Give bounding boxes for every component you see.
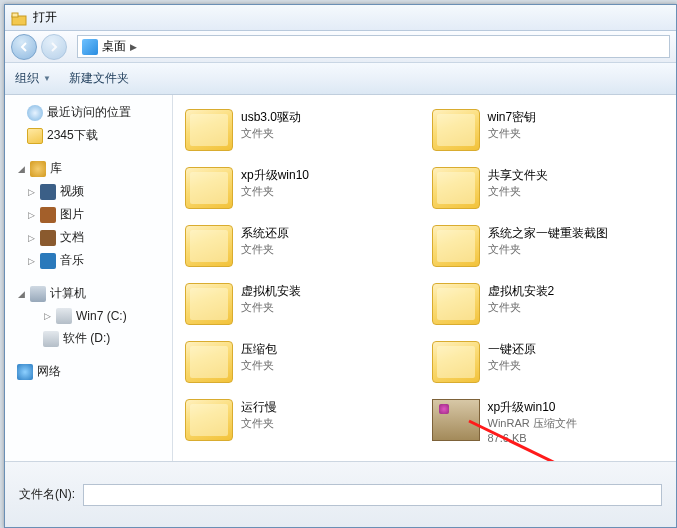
window-title: 打开 — [33, 9, 57, 26]
video-icon — [40, 184, 56, 200]
file-name: 运行慢 — [241, 399, 277, 416]
chevron-closed-icon[interactable]: ▷ — [27, 210, 36, 219]
archive-icon — [432, 399, 480, 441]
file-item-folder[interactable]: 系统还原文件夹 — [181, 221, 422, 271]
folder-icon — [432, 109, 480, 151]
picture-icon — [40, 207, 56, 223]
sidebar-item-recent[interactable]: 最近访问的位置 — [7, 101, 170, 124]
file-type: 文件夹 — [241, 416, 277, 431]
file-item-folder[interactable]: 虚拟机安装文件夹 — [181, 279, 422, 329]
folder-icon — [185, 109, 233, 151]
file-name: 系统还原 — [241, 225, 289, 242]
sidebar-item-drive-d[interactable]: 软件 (D:) — [7, 327, 170, 350]
svg-rect-1 — [12, 13, 18, 17]
file-type: 文件夹 — [241, 358, 277, 373]
file-name: 压缩包 — [241, 341, 277, 358]
file-item-folder[interactable]: 系统之家一键重装截图文件夹 — [428, 221, 669, 271]
folder-icon — [185, 167, 233, 209]
new-folder-button[interactable]: 新建文件夹 — [69, 70, 129, 87]
file-item-folder[interactable]: xp升级win10文件夹 — [181, 163, 422, 213]
file-item-archive[interactable]: xp升级win10WinRAR 压缩文件87.6 KB — [428, 395, 669, 451]
chevron-closed-icon[interactable]: ▷ — [27, 233, 36, 242]
app-icon — [11, 10, 27, 26]
sidebar-item-network[interactable]: 网络 — [7, 360, 170, 383]
file-type: 文件夹 — [488, 184, 548, 199]
file-item-folder[interactable]: usb3.0驱动文件夹 — [181, 105, 422, 155]
breadcrumb-chevron-icon[interactable]: ▶ — [130, 42, 137, 52]
file-name: 系统之家一键重装截图 — [488, 225, 608, 242]
chevron-closed-icon[interactable]: ▷ — [27, 256, 36, 265]
file-name: 虚拟机安装 — [241, 283, 301, 300]
filename-bar: 文件名(N): — [5, 461, 676, 527]
sidebar-item-drive-c[interactable]: ▷ Win7 (C:) — [7, 305, 170, 327]
file-item-folder[interactable]: 运行慢文件夹 — [181, 395, 422, 451]
chevron-closed-icon[interactable]: ▷ — [43, 312, 52, 321]
sidebar-item-pictures[interactable]: ▷ 图片 — [7, 203, 170, 226]
arrow-left-icon — [18, 41, 30, 53]
folder-icon — [432, 283, 480, 325]
file-name: xp升级win10 — [488, 399, 577, 416]
folder-icon — [185, 341, 233, 383]
file-type: 文件夹 — [488, 126, 537, 141]
file-type: WinRAR 压缩文件 — [488, 416, 577, 431]
forward-button[interactable] — [41, 34, 67, 60]
folder-icon — [185, 283, 233, 325]
library-icon — [30, 161, 46, 177]
file-type: 文件夹 — [488, 300, 555, 315]
file-item-folder[interactable]: 虚拟机安装2文件夹 — [428, 279, 669, 329]
arrow-right-icon — [48, 41, 60, 53]
title-bar: 打开 — [5, 5, 676, 31]
folder-icon — [432, 341, 480, 383]
chevron-open-icon[interactable]: ◢ — [17, 289, 26, 298]
file-type: 文件夹 — [241, 242, 289, 257]
folder-icon — [432, 225, 480, 267]
folder-icon — [27, 128, 43, 144]
drive-icon — [43, 331, 59, 347]
file-name: 虚拟机安装2 — [488, 283, 555, 300]
file-name: usb3.0驱动 — [241, 109, 301, 126]
back-button[interactable] — [11, 34, 37, 60]
drive-icon — [56, 308, 72, 324]
file-name: xp升级win10 — [241, 167, 309, 184]
file-name: win7密钥 — [488, 109, 537, 126]
file-type: 文件夹 — [241, 126, 301, 141]
file-pane[interactable]: usb3.0驱动文件夹win7密钥文件夹xp升级win10文件夹共享文件夹文件夹… — [173, 95, 676, 461]
chevron-closed-icon[interactable]: ▷ — [27, 187, 36, 196]
recent-icon — [27, 105, 43, 121]
file-name: 共享文件夹 — [488, 167, 548, 184]
file-name: 一键还原 — [488, 341, 536, 358]
chevron-down-icon: ▼ — [43, 74, 51, 83]
file-type: 文件夹 — [241, 300, 301, 315]
computer-icon — [30, 286, 46, 302]
toolbar: 组织 ▼ 新建文件夹 — [5, 63, 676, 95]
filename-label: 文件名(N): — [19, 486, 75, 503]
file-item-folder[interactable]: 一键还原文件夹 — [428, 337, 669, 387]
filename-input[interactable] — [83, 484, 662, 506]
sidebar-item-documents[interactable]: ▷ 文档 — [7, 226, 170, 249]
file-type: 文件夹 — [488, 242, 608, 257]
file-size: 87.6 KB — [488, 431, 577, 446]
organize-button[interactable]: 组织 ▼ — [15, 70, 51, 87]
music-icon — [40, 253, 56, 269]
sidebar-item-libraries[interactable]: ◢ 库 — [7, 157, 170, 180]
file-item-folder[interactable]: win7密钥文件夹 — [428, 105, 669, 155]
sidebar-item-downloads[interactable]: 2345下载 — [7, 124, 170, 147]
file-type: 文件夹 — [488, 358, 536, 373]
file-type: 文件夹 — [241, 184, 309, 199]
document-icon — [40, 230, 56, 246]
network-icon — [17, 364, 33, 380]
address-bar[interactable]: 桌面 ▶ — [77, 35, 670, 58]
desktop-icon — [82, 39, 98, 55]
sidebar-item-music[interactable]: ▷ 音乐 — [7, 249, 170, 272]
folder-icon — [185, 399, 233, 441]
file-item-folder[interactable]: 压缩包文件夹 — [181, 337, 422, 387]
file-item-folder[interactable]: 共享文件夹文件夹 — [428, 163, 669, 213]
nav-bar: 桌面 ▶ — [5, 31, 676, 63]
chevron-open-icon[interactable]: ◢ — [17, 164, 26, 173]
nav-tree: 最近访问的位置 2345下载 ◢ 库 ▷ 视频 ▷ 图片 — [5, 95, 173, 461]
location-text: 桌面 — [102, 38, 126, 55]
sidebar-item-videos[interactable]: ▷ 视频 — [7, 180, 170, 203]
folder-icon — [432, 167, 480, 209]
folder-icon — [185, 225, 233, 267]
sidebar-item-computer[interactable]: ◢ 计算机 — [7, 282, 170, 305]
